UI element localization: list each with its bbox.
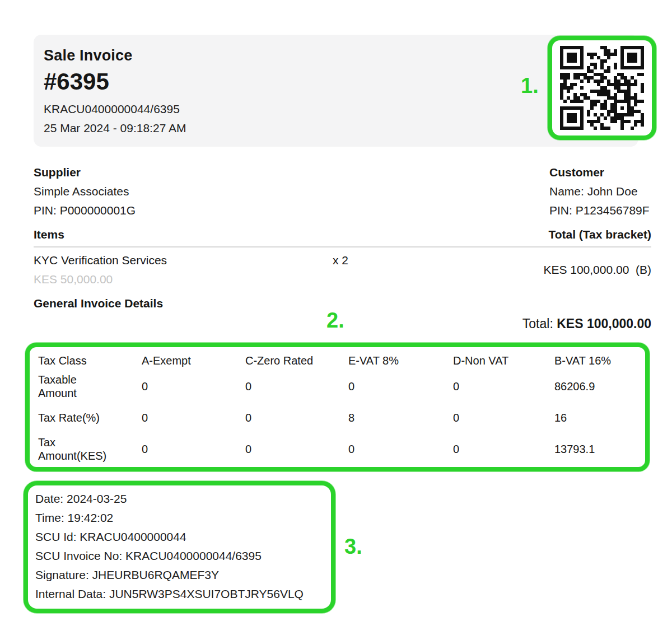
tax-cell: 0 — [453, 380, 554, 393]
tax-bracket-heading: Total (Tax bracket) — [548, 228, 651, 241]
supplier-heading: Supplier — [34, 166, 136, 179]
tax-row-tax-amount: Tax Amount(KES) 0 0 0 0 13793.1 — [38, 431, 645, 467]
tax-header-evat: E-VAT 8% — [348, 354, 453, 367]
invoice-reference: KRACU0400000044/6395 — [44, 102, 628, 116]
tax-header-bvat: B-VAT 16% — [554, 354, 645, 367]
tax-cell: 16 — [554, 412, 645, 424]
qr-annotation-box — [548, 36, 656, 140]
invoice-number: #6395 — [44, 68, 628, 95]
tax-cell: 13793.1 — [554, 443, 645, 456]
supplier-name: Simple Associates — [34, 185, 136, 198]
items-divider — [34, 246, 651, 247]
tax-table: Tax Class A-Exempt C-Zero Rated E-VAT 8%… — [25, 343, 650, 471]
tax-cell: 86206.9 — [554, 380, 645, 393]
scu-details-box: Date: 2024-03-25 Time: 19:42:02 SCU Id: … — [24, 481, 335, 613]
tax-cell: 0 — [245, 443, 348, 456]
item-name: KYC Verification Services — [34, 254, 167, 267]
invoice-total-value: KES 100,000.00 — [557, 316, 651, 331]
qr-code-icon — [560, 46, 644, 130]
invoice-datetime: 25 Mar 2024 - 09:18:27 AM — [44, 122, 628, 135]
item-unit-price: KES 50,000.00 — [34, 273, 113, 286]
item-line-total: KES 100,000.00 (B) — [543, 263, 651, 277]
tax-table-header-row: Tax Class A-Exempt C-Zero Rated E-VAT 8%… — [38, 349, 645, 368]
tax-header-nonvat: D-Non VAT — [453, 354, 554, 367]
invoice-page: Sale Invoice #6395 KRACU0400000044/6395 … — [0, 0, 672, 626]
items-heading: Items — [34, 228, 64, 241]
tax-row-taxable-amount: Taxable Amount 0 0 0 0 86206.9 — [38, 368, 645, 404]
annotation-step-1: 1. — [521, 75, 539, 96]
general-details-heading: General Invoice Details — [34, 297, 163, 310]
tax-cell: 0 — [245, 412, 348, 424]
customer-section: Customer Name: John Doe PIN: P123456789F — [549, 166, 650, 217]
tax-cell: 0 — [142, 380, 245, 393]
tax-header-zero-rated: C-Zero Rated — [245, 354, 348, 367]
invoice-title: Sale Invoice — [44, 46, 628, 64]
tax-cell: 0 — [453, 412, 554, 424]
annotation-step-3: 3. — [344, 536, 362, 557]
item-quantity: x 2 — [333, 254, 348, 267]
invoice-total: Total: KES 100,000.00 — [522, 316, 651, 331]
tax-row-label: Taxable Amount — [38, 373, 112, 400]
customer-pin: PIN: P123456789F — [549, 204, 650, 217]
tax-cell: 0 — [348, 443, 453, 456]
tax-row-label: Tax Amount(KES) — [38, 436, 112, 463]
supplier-section: Supplier Simple Associates PIN: P0000000… — [34, 166, 136, 217]
tax-header-exempt: A-Exempt — [142, 354, 245, 367]
tax-cell: 0 — [142, 443, 245, 456]
scu-time: Time: 19:42:02 — [35, 508, 331, 527]
tax-cell: 0 — [245, 380, 348, 393]
tax-row-tax-rate: Tax Rate(%) 0 0 8 0 16 — [38, 404, 645, 431]
scu-signature: Signature: JHEURBU6RQAMEF3Y — [35, 566, 331, 585]
invoice-total-label: Total: — [522, 316, 553, 331]
tax-row-label: Tax Rate(%) — [38, 411, 112, 424]
tax-cell: 0 — [348, 380, 453, 393]
tax-header-class: Tax Class — [38, 354, 142, 367]
tax-cell: 0 — [142, 412, 245, 424]
annotation-step-2: 2. — [326, 310, 344, 331]
tax-cell: 0 — [453, 443, 554, 456]
tax-cell: 8 — [348, 412, 453, 424]
scu-date: Date: 2024-03-25 — [35, 489, 331, 508]
scu-internal-data: Internal Data: JUN5RW3PS4XSUI7OBTJRY56VL… — [35, 585, 331, 604]
scu-invoice-no: SCU Invoice No: KRACU0400000044/6395 — [35, 546, 331, 566]
supplier-pin: PIN: P000000001G — [34, 204, 136, 217]
customer-name: Name: John Doe — [549, 185, 650, 198]
customer-heading: Customer — [549, 166, 650, 179]
scu-id: SCU Id: KRACU0400000044 — [35, 527, 331, 546]
